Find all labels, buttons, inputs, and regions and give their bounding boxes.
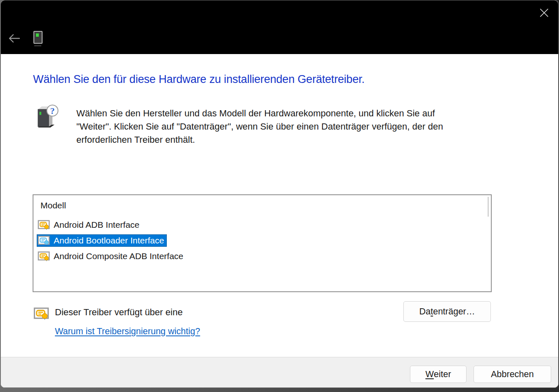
- driver-certificate-icon: [38, 250, 50, 262]
- back-icon[interactable]: [7, 31, 21, 46]
- cancel-button[interactable]: Abbrechen: [474, 366, 551, 383]
- list-item[interactable]: Android ADB Interface: [37, 217, 485, 233]
- driver-model-listbox[interactable]: Modell Android ADB Interface Android Boo…: [33, 194, 492, 292]
- list-item-label: Android Composite ADB Interface: [54, 251, 183, 261]
- device-led: [36, 33, 39, 37]
- next-accesskey: W: [425, 369, 433, 380]
- driver-signing-link[interactable]: Warum ist Treibersignierung wichtig?: [55, 326, 200, 337]
- close-button[interactable]: [537, 5, 552, 20]
- titlebar: [1, 0, 558, 54]
- column-header-model: Modell: [40, 201, 66, 210]
- hardware-question-icon: ?: [36, 104, 59, 132]
- driver-certificate-icon: [38, 235, 50, 246]
- list-item-label: Android Bootloader Interface: [54, 236, 164, 246]
- device-icon: [33, 31, 43, 44]
- scrollbar-thumb[interactable]: [488, 197, 489, 217]
- next-label-post: eiter: [434, 369, 451, 380]
- have-disk-label-post: enträger…: [433, 307, 475, 317]
- svg-text:?: ?: [50, 106, 55, 116]
- list-item[interactable]: Android Composite ADB Interface: [37, 248, 485, 264]
- list-item-selected[interactable]: Android Bootloader Interface: [37, 233, 485, 248]
- page-title: Wählen Sie den für diese Hardware zu ins…: [33, 73, 487, 86]
- next-button[interactable]: Weiter: [410, 366, 467, 383]
- driver-wizard-window: Wählen Sie den für diese Hardware zu ins…: [0, 0, 559, 388]
- driver-certificate-icon: [33, 306, 49, 321]
- list-item-label: Android ADB Interface: [54, 220, 140, 230]
- intro-text: Wählen Sie den Hersteller und das Modell…: [76, 107, 467, 146]
- device-icon-reflection: [34, 45, 41, 46]
- driver-certificate-icon: [38, 219, 50, 231]
- cancel-label: Abbrechen: [491, 369, 534, 380]
- driver-signature-text: Dieser Treiber verfügt über eine: [55, 307, 182, 318]
- have-disk-label-pre: Da: [419, 307, 430, 317]
- have-disk-button[interactable]: Datenträger…: [403, 301, 491, 322]
- driver-list: Android ADB Interface Android Bootloader…: [37, 217, 485, 264]
